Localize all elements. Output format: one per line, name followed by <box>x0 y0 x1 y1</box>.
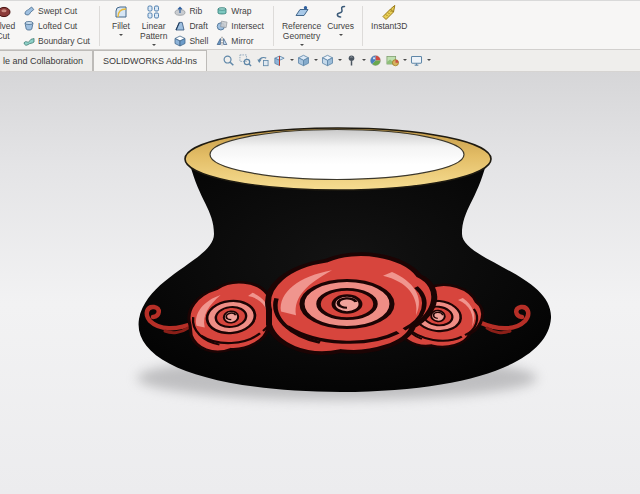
swept-cut-icon <box>23 5 35 17</box>
view-settings-button[interactable] <box>409 53 424 68</box>
intersect-label: Intersect <box>231 21 264 31</box>
fillet-dropdown-caret[interactable] <box>119 34 123 38</box>
instant3d-icon <box>381 4 397 20</box>
mirror-label: Mirror <box>231 36 253 46</box>
rib-icon <box>174 5 186 17</box>
curves-label: Curves <box>327 21 354 31</box>
zoom-to-fit-icon <box>222 54 235 67</box>
revolved-cut-button[interactable]: volved Cut <box>0 3 19 49</box>
fillet-icon <box>113 4 129 20</box>
reference-geometry-icon <box>294 4 310 20</box>
reference-geometry-button[interactable]: Reference Geometry <box>279 3 324 49</box>
cut-small-buttons: Swept Cut Lofted Cut Boundary Cut <box>19 3 94 49</box>
tab-collaboration-label: le and Collaboration <box>3 56 83 66</box>
vase-model <box>0 72 640 494</box>
rib-draft-shell-buttons: Rib Draft Shell <box>170 3 212 49</box>
shell-button[interactable]: Shell <box>172 34 210 48</box>
apply-scene-button[interactable] <box>385 53 400 68</box>
rib-button[interactable]: Rib <box>172 4 210 18</box>
tab-solidworks-addins-label: SOLIDWORKS Add-Ins <box>103 56 197 66</box>
boundary-cut-icon <box>23 35 35 47</box>
linear-pattern-button[interactable]: Linear Pattern <box>137 3 170 49</box>
intersect-button[interactable]: Intersect <box>214 19 266 33</box>
rib-label: Rib <box>189 6 202 16</box>
draft-icon <box>174 20 186 32</box>
ribbon-separator <box>99 6 100 46</box>
graphics-viewport[interactable] <box>0 72 640 494</box>
draft-button[interactable]: Draft <box>172 19 210 33</box>
ribbon-separator <box>273 6 274 46</box>
swept-cut-button[interactable]: Swept Cut <box>21 4 92 18</box>
solidworks-window: volved Cut Swept Cut Lofted Cut <box>0 0 640 494</box>
vase-interior[interactable] <box>210 130 464 180</box>
view-settings-dropdown-caret[interactable] <box>427 59 431 63</box>
display-style-button[interactable] <box>320 53 335 68</box>
zoom-to-area-button[interactable] <box>238 53 253 68</box>
view-orientation-button[interactable] <box>296 53 311 68</box>
lofted-cut-button[interactable]: Lofted Cut <box>21 19 92 33</box>
hide-show-items-dropdown-caret[interactable] <box>362 59 366 63</box>
shell-label: Shell <box>189 36 208 46</box>
zoom-to-area-icon <box>239 54 252 67</box>
reference-geometry-label-2: Geometry <box>283 31 320 41</box>
reference-group: Reference Geometry Curves <box>275 3 361 49</box>
command-manager-ribbon: volved Cut Swept Cut Lofted Cut <box>0 0 640 50</box>
apply-scene-icon <box>386 54 399 67</box>
instant3d-button[interactable]: Instant3D <box>368 3 410 49</box>
fillet-button[interactable]: Fillet <box>105 3 137 49</box>
edit-appearance-icon <box>369 54 382 67</box>
linear-pattern-label-1: Linear <box>142 21 166 31</box>
apply-scene-dropdown-caret[interactable] <box>403 59 407 63</box>
linear-pattern-dropdown-caret[interactable] <box>152 44 156 48</box>
wrap-icon <box>216 5 228 17</box>
zoom-to-fit-button[interactable] <box>221 53 236 68</box>
intersect-icon <box>216 20 228 32</box>
ribbon-separator <box>362 6 363 46</box>
wrap-button[interactable]: Wrap <box>214 4 266 18</box>
mirror-icon <box>216 35 228 47</box>
view-settings-icon <box>410 54 423 67</box>
shell-icon <box>174 35 186 47</box>
mirror-button[interactable]: Mirror <box>214 34 266 48</box>
wrap-label: Wrap <box>231 6 251 16</box>
instant3d-group: Instant3D <box>364 3 414 49</box>
lofted-cut-icon <box>23 20 35 32</box>
swept-cut-label: Swept Cut <box>38 6 77 16</box>
view-orientation-dropdown-caret[interactable] <box>314 59 318 63</box>
draft-label: Draft <box>189 21 207 31</box>
hide-show-items-icon <box>345 54 358 67</box>
linear-pattern-label-2: Pattern <box>140 31 167 41</box>
hide-show-items-button[interactable] <box>344 53 359 68</box>
reference-geometry-label-1: Reference <box>282 21 321 31</box>
boundary-cut-label: Boundary Cut <box>38 36 90 46</box>
section-view-button[interactable] <box>272 53 287 68</box>
curves-dropdown-caret[interactable] <box>339 34 343 38</box>
instant3d-label: Instant3D <box>371 21 407 31</box>
previous-view-button[interactable] <box>255 53 270 68</box>
cut-features-group: volved Cut Swept Cut Lofted Cut <box>0 3 98 49</box>
revolved-cut-label-2: Cut <box>0 31 10 41</box>
wrap-intersect-mirror-buttons: Wrap Intersect Mirror <box>212 3 268 49</box>
feature-modify-group: Fillet Linear Pattern <box>101 3 272 49</box>
revolved-cut-icon <box>0 4 11 20</box>
view-orientation-icon <box>297 54 310 67</box>
section-view-icon <box>273 54 286 67</box>
reference-geometry-dropdown-caret[interactable] <box>300 44 304 48</box>
linear-pattern-icon <box>146 4 162 20</box>
tab-collaboration[interactable]: le and Collaboration <box>0 50 93 71</box>
section-view-dropdown-caret[interactable] <box>290 59 294 63</box>
curves-button[interactable]: Curves <box>324 3 357 49</box>
lofted-cut-label: Lofted Cut <box>38 21 77 31</box>
command-manager-tab-row: le and Collaboration SOLIDWORKS Add-Ins <box>0 50 640 72</box>
revolved-cut-label-1: volved <box>0 21 15 31</box>
display-style-dropdown-caret[interactable] <box>338 59 342 63</box>
edit-appearance-button[interactable] <box>368 53 383 68</box>
tab-solidworks-addins[interactable]: SOLIDWORKS Add-Ins <box>93 50 207 71</box>
display-style-icon <box>321 54 334 67</box>
headsup-view-toolbar <box>221 50 431 71</box>
curves-icon <box>333 4 349 20</box>
previous-view-icon <box>256 54 269 67</box>
fillet-label: Fillet <box>112 21 130 31</box>
boundary-cut-button[interactable]: Boundary Cut <box>21 34 92 48</box>
